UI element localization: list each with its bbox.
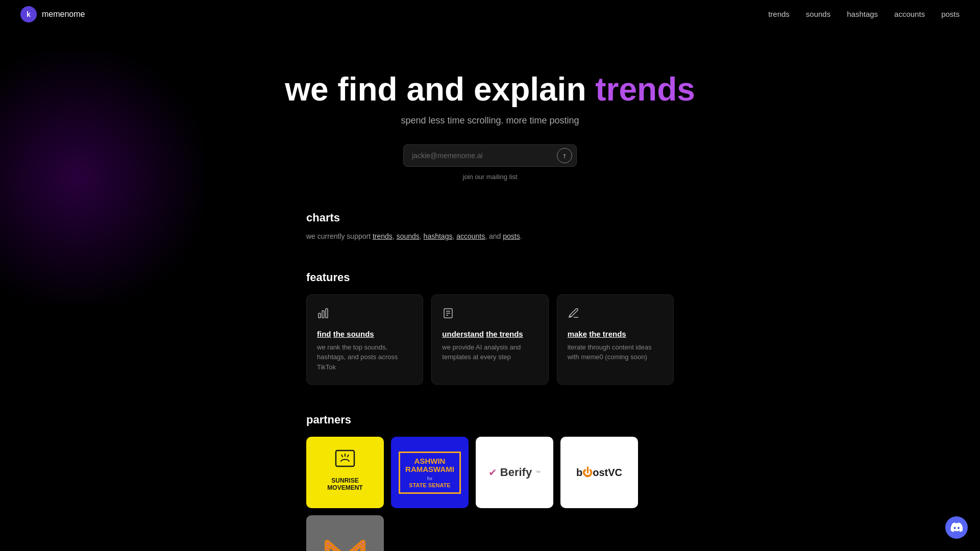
brand-logo: k: [20, 6, 37, 22]
nav-hashtags[interactable]: hashtags: [847, 10, 878, 18]
mailing-label: join our mailing list: [0, 173, 980, 181]
hero-title-highlight: trends: [595, 71, 695, 108]
submit-button[interactable]: ↑: [557, 148, 572, 163]
svg-line-10: [341, 455, 343, 457]
svg-rect-0: [318, 313, 321, 318]
hero-title: we find and explain trends: [0, 71, 980, 107]
feature-make-title: make the trends: [568, 330, 663, 338]
discord-fab[interactable]: [945, 516, 968, 539]
svg-rect-8: [336, 450, 354, 466]
svg-line-11: [348, 455, 349, 457]
make-icon: [568, 307, 663, 322]
hero-subtitle: spend less time scrolling. more time pos…: [0, 115, 980, 126]
nav-trends[interactable]: trends: [768, 10, 790, 18]
email-form: ↑: [403, 144, 577, 167]
charts-link-sounds[interactable]: sounds: [397, 232, 420, 240]
brand-name: memenome: [42, 10, 85, 19]
find-icon: [317, 307, 412, 322]
hero-section: we find and explain trends spend less ti…: [0, 0, 980, 211]
features-section: features find the sounds we rank the top…: [306, 271, 674, 385]
feature-make-desc: iterate through content ideas with meme0…: [568, 342, 663, 362]
email-input[interactable]: [412, 152, 557, 160]
charts-link-accounts[interactable]: accounts: [456, 232, 485, 240]
partner-ashwin[interactable]: ASHWINRAMASWAMI for STATE SENATE: [391, 437, 469, 508]
ashwin-inner: ASHWINRAMASWAMI for STATE SENATE: [399, 452, 461, 494]
charts-section: charts we currently support trends, soun…: [306, 211, 674, 242]
partners-title: partners: [306, 413, 674, 427]
charts-link-trends[interactable]: trends: [373, 232, 393, 240]
feature-understand-title: understand the trends: [442, 330, 537, 338]
charts-description: we currently support trends, sounds, has…: [306, 231, 674, 242]
svg-rect-1: [322, 311, 324, 318]
nav-brand[interactable]: k memenome: [20, 6, 85, 22]
features-title: features: [306, 271, 674, 284]
m-logo-wrapper: [325, 535, 365, 551]
nav-posts[interactable]: posts: [941, 10, 960, 18]
charts-link-hashtags[interactable]: hashtags: [424, 232, 453, 240]
charts-title: charts: [306, 211, 674, 224]
feature-find-desc: we rank the top sounds, hashtags, and po…: [317, 342, 412, 372]
sunrise-icon: [335, 449, 355, 471]
navbar: k memenome trends sounds hashtags accoun…: [0, 0, 980, 29]
feature-card-make: make the trends iterate through content …: [557, 294, 674, 385]
partner-berify[interactable]: ✔ Berify ™: [476, 437, 553, 508]
nav-accounts[interactable]: accounts: [894, 10, 925, 18]
main-content: charts we currently support trends, soun…: [286, 211, 694, 551]
feature-card-find: find the sounds we rank the top sounds, …: [306, 294, 423, 385]
partner-boost[interactable]: b ⏻ ostVC: [560, 437, 638, 508]
sunrise-text: SUNRISEMOVEMENT: [323, 473, 366, 496]
partner-m-logo[interactable]: [306, 515, 384, 551]
feature-understand-desc: we provide AI analysis and templates at …: [442, 342, 537, 362]
charts-link-posts[interactable]: posts: [503, 232, 520, 240]
partners-section: partners SUNRISEMOVEMENT A: [306, 413, 674, 551]
features-grid: find the sounds we rank the top sounds, …: [306, 294, 674, 385]
boost-logo: b ⏻ ostVC: [576, 467, 622, 479]
feature-card-understand: understand the trends we provide AI anal…: [431, 294, 548, 385]
nav-sounds[interactable]: sounds: [806, 10, 830, 18]
svg-rect-2: [326, 309, 328, 318]
berify-logo: ✔ Berify ™: [488, 466, 541, 479]
nav-links: trends sounds hashtags accounts posts: [768, 10, 960, 19]
feature-find-title: find the sounds: [317, 330, 412, 338]
understand-icon: [442, 307, 537, 322]
boost-power-icon: ⏻: [582, 467, 593, 479]
partner-sunrise[interactable]: SUNRISEMOVEMENT: [306, 437, 384, 508]
partners-grid: SUNRISEMOVEMENT ASHWINRAMASWAMI for STAT…: [306, 437, 674, 551]
